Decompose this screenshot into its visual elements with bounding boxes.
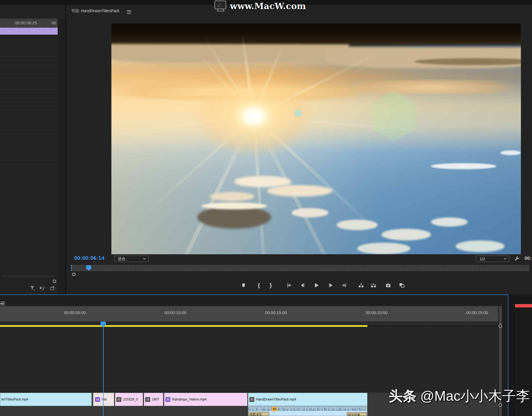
timeline-playhead-line[interactable] [103, 322, 104, 416]
ruler-label: 00:00:10:00 [164, 310, 186, 315]
sun-core [233, 100, 274, 133]
cloud [291, 208, 328, 217]
effect-controls-panel [0, 5, 65, 294]
render-bar-red [515, 304, 532, 307]
mark-out-button[interactable]: } [267, 282, 274, 289]
row-separator [0, 89, 58, 90]
mini-ruler-timecode: 00:00:06:25 [15, 20, 37, 25]
export-icon[interactable] [49, 285, 56, 291]
monitor-seek-ticks [71, 268, 528, 271]
cloud [456, 240, 505, 252]
monitor-scroll-knob[interactable] [72, 273, 76, 276]
mini-ruler-timecode-partial: 00 [52, 20, 56, 25]
dark-cloud [197, 206, 271, 229]
audio-waveform [248, 406, 367, 411]
clip-label: mix [102, 397, 107, 401]
clip-mix[interactable]: fx mix [93, 393, 114, 406]
step-forward-button[interactable] [327, 282, 334, 289]
effect-controls-right-gutter [58, 19, 65, 294]
row-separator [0, 130, 58, 131]
lens-flare-dot [295, 110, 302, 117]
program-panel-menu-icon[interactable] [127, 10, 131, 14]
ruler-label: 00:00:20:00 [365, 310, 387, 315]
filter-icon[interactable] [29, 285, 36, 291]
clip-raindrops[interactable]: fx Raindrops_Videvo.mp4 [164, 393, 247, 406]
fit-dropdown-value: 适合 [118, 256, 126, 261]
add-marker-button[interactable] [240, 282, 247, 289]
clip-label: HandDrawnTitlesPack.mp4 [256, 397, 296, 401]
thin-cloud-right [431, 163, 496, 169]
clip-handdrawntitlespack[interactable]: fx HandDrawnTitlesPack.mp4 [248, 393, 367, 406]
fit-dropdown[interactable]: 适合 [114, 256, 149, 262]
play-button[interactable] [313, 282, 320, 289]
lift-button[interactable] [357, 282, 365, 289]
cloud [337, 220, 378, 230]
timeline-tab-mark [0, 303, 4, 304]
settings-wrench-icon[interactable] [513, 255, 520, 263]
audio-fade-in-label[interactable]: 指数淡化 [249, 412, 269, 416]
top-watermark-text: www.MacW.com [230, 1, 306, 11]
timeline-ruler-ticks [0, 318, 498, 321]
row-separator [0, 65, 58, 65]
bottom-watermark: 头条 @Mac小小木子李 [389, 387, 530, 405]
golden-clouds-right [357, 80, 521, 94]
row-separator [0, 148, 58, 148]
mini-ruler-ticks [0, 25, 58, 28]
mini-timeline-zoom-knob[interactable] [53, 279, 56, 283]
clip-label: wnTitlesPack.mp4 [1, 397, 28, 401]
timeline-scrollbar-knob-top[interactable] [498, 324, 502, 328]
ruler-label: 00:00:15:00 [265, 310, 287, 315]
chevron-down-icon [504, 258, 507, 260]
fx-badge-yellow[interactable]: fx [272, 407, 277, 411]
playhead-timecode[interactable]: 00:00:06:14 [74, 255, 104, 261]
clip-label: 210329_0 [123, 397, 138, 401]
extract-button[interactable] [370, 282, 377, 289]
fx-badge-gray[interactable]: fx [145, 397, 150, 402]
step-back-button[interactable] [299, 282, 306, 289]
fx-badge-purple[interactable]: fx [95, 397, 100, 402]
clip-wntitlespack[interactable]: wnTitlesPack.mp4 [0, 393, 92, 406]
effect-controls-clip-bar[interactable] [0, 28, 58, 35]
fx-badge-purple[interactable]: fx [165, 397, 170, 402]
go-to-out-button[interactable] [341, 282, 348, 289]
mini-timeline-zoom-track[interactable] [2, 276, 53, 276]
timeline-focus-border-top [0, 294, 508, 295]
mark-in-button[interactable]: { [255, 282, 262, 289]
monitor-icon [213, 0, 228, 12]
duration-timecode-partial: 00: [525, 256, 531, 261]
row-separator [0, 56, 58, 57]
clip-210329[interactable]: fx 210329_0 [115, 393, 143, 406]
top-watermark: www.MacW.com [213, 0, 306, 12]
row-separator [0, 106, 58, 106]
ruler-label: 00:00:25:00 [466, 310, 488, 315]
export-frame-button[interactable] [385, 282, 392, 289]
mark-in-glyph: { [255, 282, 262, 289]
program-monitor-title: 节目: HandDrawnTitlesPack [71, 9, 119, 14]
go-to-in-button[interactable] [286, 282, 293, 289]
ruler-label: 00:00:05:00 [64, 310, 86, 315]
bottom-watermark-handle: @Mac小小木子李 [420, 388, 530, 404]
row-separator [0, 164, 58, 165]
fx-badge-gray[interactable]: fx [116, 397, 121, 402]
row-separator [0, 98, 58, 98]
fx-badge-gray[interactable]: fx [249, 397, 254, 402]
comparison-view-button[interactable] [398, 282, 405, 289]
premiere-pro-window: www.MacW.com 00:00:06:25 00 节目: Ha [0, 0, 532, 416]
play-audio-icon[interactable] [38, 285, 46, 291]
timeline-empty-track-area [0, 327, 498, 393]
clip-1807[interactable]: fx 1807 [144, 393, 163, 406]
cloud [267, 185, 332, 197]
bottom-watermark-prefix: 头条 [389, 388, 416, 404]
effect-controls-mini-ruler[interactable]: 00:00:06:25 00 [0, 19, 58, 28]
resolution-dropdown-value: 1/2 [480, 257, 485, 261]
seek-in-point-marker [71, 265, 72, 271]
resolution-dropdown[interactable]: 1/2 [476, 256, 509, 262]
audio-fade-out-label[interactable]: 恒定功率 [347, 412, 367, 416]
timeline-work-area [0, 321, 498, 325]
chevron-down-icon [143, 258, 146, 260]
mark-out-glyph: } [267, 282, 274, 289]
video-preview [111, 24, 521, 254]
cloud [382, 229, 431, 240]
cloud [431, 217, 468, 227]
clip-label: Raindrops_Videvo.mp4 [172, 397, 207, 401]
